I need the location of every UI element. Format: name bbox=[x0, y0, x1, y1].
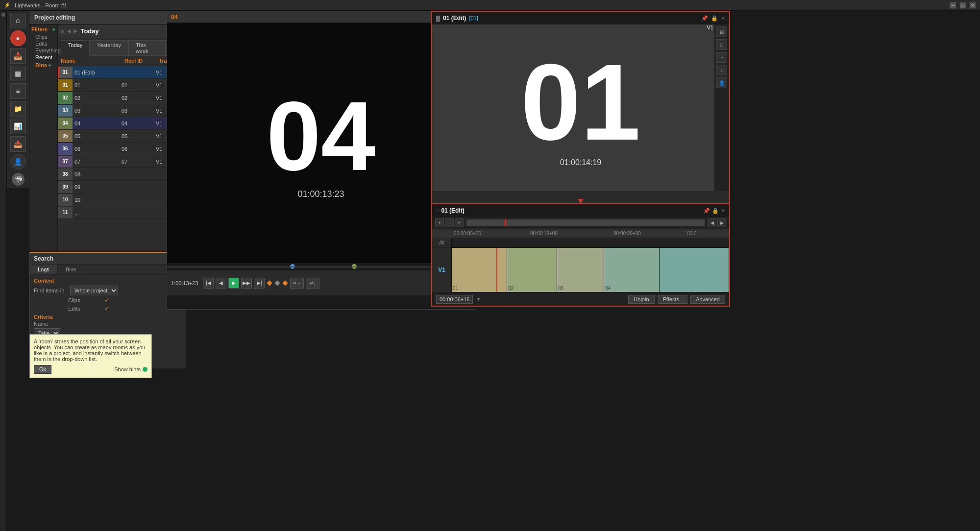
preview-04-header: 04 bbox=[167, 11, 475, 23]
mark-in-button[interactable] bbox=[283, 280, 288, 286]
timeline-close-icon[interactable]: ✕ bbox=[721, 208, 725, 214]
preview-01-badge: [01] bbox=[469, 15, 478, 21]
preview-01-thumb: ▓ bbox=[436, 15, 440, 21]
preview-04-timecode: 01:00:13:23 bbox=[297, 189, 344, 199]
search-tab-bins[interactable]: Bins bbox=[58, 265, 84, 274]
insert-button[interactable]: ↵→ bbox=[290, 278, 304, 289]
tab-this-week[interactable]: This week bbox=[128, 40, 165, 56]
track-content: 01 02 03 04 bbox=[452, 238, 729, 292]
preview-04-number: 04 bbox=[267, 87, 375, 185]
table-icon[interactable]: ≡ bbox=[10, 83, 26, 99]
tl-playhead bbox=[496, 248, 497, 292]
preview-timeline-bar bbox=[167, 266, 475, 267]
filter-recent[interactable]: Recent bbox=[31, 54, 55, 61]
tl-zoom-scrubber[interactable] bbox=[466, 219, 705, 226]
tl-zoom-in-button[interactable]: + bbox=[455, 218, 464, 227]
panel-menu-icon[interactable]: ≡ bbox=[61, 28, 64, 34]
clip-02[interactable]: 02 bbox=[507, 248, 557, 292]
tooltip-text: A 'room' stores the position of all your… bbox=[34, 338, 147, 362]
timeline-pin-icon[interactable]: 📌 bbox=[703, 208, 710, 214]
search-edits-row: Edits ✓ bbox=[34, 305, 182, 312]
filter-everything[interactable]: Everything bbox=[31, 47, 55, 54]
preview-04-progress-area bbox=[167, 263, 475, 270]
filter-edits[interactable]: Edits bbox=[31, 40, 55, 47]
home-icon[interactable]: ⌂ bbox=[10, 13, 26, 28]
track-labels: All V1 bbox=[432, 238, 452, 292]
close-button[interactable]: ✕ bbox=[969, 2, 976, 9]
preview-01-pin-icon[interactable]: 📌 bbox=[701, 15, 708, 22]
maximize-button[interactable]: □ bbox=[959, 2, 966, 9]
window-controls: ─ □ ✕ bbox=[950, 2, 976, 9]
search-tab-logs[interactable]: Logs bbox=[30, 265, 58, 274]
search-scope-select[interactable]: Whole project bbox=[70, 286, 118, 295]
fast-forward-button[interactable]: ▶▶ bbox=[241, 278, 252, 289]
preview-icon-1[interactable]: ⊞ bbox=[716, 26, 727, 37]
minimize-button[interactable]: ─ bbox=[950, 2, 956, 9]
timeline-header: ≡ 01 (Edit) 📌 🔒 ✕ bbox=[432, 204, 729, 217]
timeline-controls: + - + ◀ ▶ bbox=[432, 217, 729, 229]
effects-button[interactable]: Effects.. bbox=[658, 295, 688, 304]
folder-icon[interactable]: 📁 bbox=[10, 101, 26, 117]
clip-01[interactable]: 01 bbox=[452, 248, 507, 292]
go-to-end-button[interactable]: ▶| bbox=[254, 278, 265, 289]
tooltip-ok-row: Ok Show hints bbox=[34, 365, 147, 374]
all-track-row bbox=[452, 238, 729, 248]
edits-checkmark: ✓ bbox=[104, 305, 109, 312]
record-icon[interactable]: ● bbox=[10, 30, 26, 46]
clip-rest[interactable] bbox=[660, 248, 729, 292]
filters-add-icon[interactable]: + bbox=[52, 26, 55, 32]
search-content-title: Content bbox=[34, 278, 182, 284]
all-track-label: All bbox=[432, 238, 451, 248]
preview-icon-3[interactable]: ~ bbox=[716, 52, 727, 63]
back-icon[interactable]: ◀ bbox=[67, 28, 71, 34]
filter-sidebar: Filters + Clips Edits Everything Recent … bbox=[29, 24, 58, 251]
import-icon[interactable]: 📥 bbox=[10, 48, 26, 64]
preview-icon-2[interactable]: □ bbox=[716, 39, 727, 50]
play-button[interactable]: ▶ bbox=[228, 278, 239, 289]
preview-01-bottom bbox=[432, 191, 729, 204]
hint-indicator bbox=[143, 367, 147, 372]
svg-text:🦈: 🦈 bbox=[14, 175, 23, 184]
tooltip-ok-button[interactable]: Ok bbox=[34, 365, 51, 374]
tl-add-track-button[interactable]: + bbox=[435, 218, 444, 227]
step-back-button[interactable]: ◀ bbox=[216, 278, 226, 289]
grid-icon[interactable]: ▦ bbox=[10, 66, 26, 81]
clip-04[interactable]: 04 bbox=[604, 248, 660, 292]
overwrite-button[interactable]: ↵↓ bbox=[306, 278, 319, 289]
unjoin-button[interactable]: Unjoin bbox=[628, 295, 654, 304]
graph-icon[interactable]: 📊 bbox=[10, 119, 26, 134]
tl-timecode-dropdown[interactable]: ▼ bbox=[476, 296, 481, 302]
go-to-start-button[interactable]: |◀ bbox=[203, 278, 214, 289]
advanced-button[interactable]: Advanced bbox=[690, 295, 725, 304]
title-bar: ⚡ Lightworks - Room #1 ─ □ ✕ bbox=[0, 0, 980, 11]
preview-01-v1: V1 bbox=[707, 24, 713, 30]
search-name-row: Name bbox=[34, 321, 182, 327]
app-title: Lightworks - Room #1 bbox=[15, 2, 67, 8]
clip-03[interactable]: 03 bbox=[557, 248, 604, 292]
search-clips-row: Clips ✓ bbox=[34, 297, 182, 304]
col-reel: Reel ID bbox=[124, 58, 159, 64]
ruler-mark-0: 00:00:00+00 bbox=[454, 231, 481, 236]
clips-checkmark: ✓ bbox=[104, 297, 109, 304]
in-point-marker bbox=[267, 280, 272, 286]
tools-panel: ⌂ ● 📥 ▦ ≡ 📁 📊 📤 👤 🦈 bbox=[7, 11, 29, 188]
filter-clips[interactable]: Clips bbox=[31, 33, 55, 40]
preview-01-close-icon[interactable]: ✕ bbox=[721, 15, 725, 22]
export-icon[interactable]: 📤 bbox=[10, 136, 26, 152]
tl-zoom-out-button[interactable]: - bbox=[445, 218, 454, 227]
filters-header: Filters + bbox=[31, 26, 55, 32]
shark-logo: 🦈 bbox=[11, 172, 25, 186]
tooltip-box: A 'room' stores the position of all your… bbox=[29, 334, 152, 378]
preview-icon-4[interactable]: ↕ bbox=[716, 65, 727, 75]
preview-01-lock-icon[interactable]: 🔒 bbox=[711, 15, 718, 22]
timeline-menu-icon[interactable]: ≡ bbox=[436, 208, 439, 214]
forward-icon[interactable]: ▶ bbox=[74, 28, 77, 34]
tab-yesterday[interactable]: Yesterday bbox=[90, 40, 128, 56]
timeline-lock-icon[interactable]: 🔒 bbox=[712, 208, 719, 214]
user-icon[interactable]: 👤 bbox=[10, 154, 26, 169]
bins-add-icon[interactable]: + bbox=[49, 62, 51, 68]
tl-zoom-right-button[interactable]: ▶ bbox=[717, 218, 726, 227]
tl-zoom-left-button[interactable]: ◀ bbox=[708, 218, 716, 227]
preview-icon-5[interactable]: 👤 bbox=[716, 77, 727, 88]
tab-today[interactable]: Today bbox=[61, 40, 90, 56]
